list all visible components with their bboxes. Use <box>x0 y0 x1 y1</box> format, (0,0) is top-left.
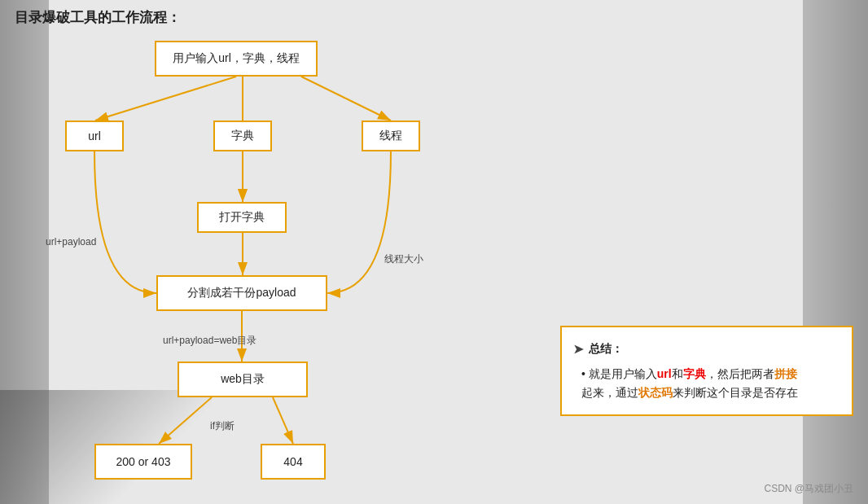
summary-title: ➤ 总结： <box>573 339 837 360</box>
summary-content: • 就是用户输入url和字典，然后把两者拼接 起来，通过状态码来判断这个目录是否… <box>581 365 837 404</box>
watermark: CSDN @马戏团小丑 <box>764 482 853 496</box>
svg-line-3 <box>301 77 391 121</box>
orange-concat: 拼接 <box>774 367 797 380</box>
box-thread: 线程 <box>362 121 420 151</box>
box-404: 404 <box>261 444 326 480</box>
box-top: 用户输入url，字典，线程 <box>155 41 318 77</box>
bg-right <box>803 0 868 504</box>
svg-line-1 <box>95 77 236 121</box>
label-if-judge: if判断 <box>210 419 235 433</box>
label-url-payload-web: url+payload=web目录 <box>163 334 256 348</box>
red-url: url <box>657 367 672 380</box>
svg-line-8 <box>273 397 293 444</box>
box-dict: 字典 <box>213 121 272 151</box>
box-200: 200 or 403 <box>94 444 192 480</box>
red-dict: 字典 <box>683 367 706 380</box>
summary-box: ➤ 总结： • 就是用户输入url和字典，然后把两者拼接 起来，通过状态码来判断… <box>560 326 853 416</box>
orange-status: 状态码 <box>638 386 673 399</box>
box-url: url <box>65 121 124 151</box>
main-container: 目录爆破工具的工作流程： <box>0 0 868 504</box>
summary-arrow-icon: ➤ <box>573 339 584 360</box>
label-url-payload: url+payload <box>46 236 96 248</box>
label-thread-size: 线程大小 <box>384 252 423 266</box>
flowchart: url+payload 线程大小 url+payload=web目录 if判断 … <box>0 0 537 504</box>
box-open-dict: 打开字典 <box>197 202 287 233</box>
box-split: 分割成若干份payload <box>156 275 327 311</box>
box-web-dir: web目录 <box>178 362 308 397</box>
svg-line-7 <box>159 397 212 444</box>
